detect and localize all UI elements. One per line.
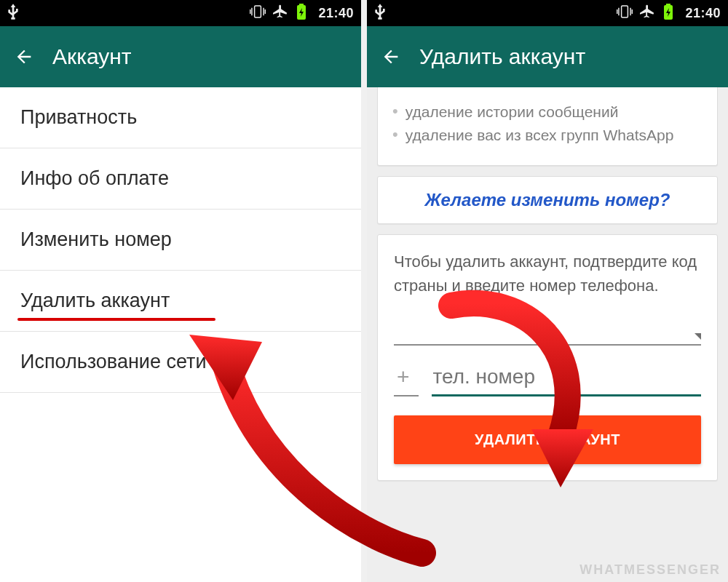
country-code-prefix[interactable]: + — [394, 364, 419, 396]
svg-rect-3 — [622, 5, 628, 17]
battery-icon — [296, 4, 306, 23]
usb-icon — [7, 4, 19, 23]
bullet-dot-icon: • — [392, 102, 398, 122]
svg-rect-5 — [666, 4, 670, 6]
back-button[interactable] — [380, 46, 402, 68]
consequences-card: • удаление истории сообщений • удаление … — [377, 87, 718, 166]
bullet-dot-icon: • — [392, 125, 398, 146]
app-bar: Удалить аккаунт — [367, 26, 728, 87]
vibrate-icon — [250, 4, 266, 23]
phone-number-input[interactable] — [432, 365, 701, 396]
menu-delete-account[interactable]: Удалить аккаунт — [0, 271, 361, 332]
page-title: Аккаунт — [52, 44, 132, 69]
change-number-link[interactable]: Желаете изменить номер? — [394, 190, 701, 210]
usb-icon — [374, 4, 386, 23]
menu-payment-info[interactable]: Инфо об оплате — [0, 148, 361, 210]
phone-input-row: + — [394, 364, 701, 396]
delete-account-body: • удаление истории сообщений • удаление … — [367, 87, 728, 582]
menu-privacy[interactable]: Приватность — [0, 87, 361, 148]
instruction-text: Чтобы удалить аккаунт, подтвердите код с… — [394, 250, 701, 298]
country-select[interactable] — [394, 316, 701, 346]
menu-network-usage[interactable]: Использование сети — [0, 332, 361, 393]
confirm-form-card: Чтобы удалить аккаунт, подтвердите код с… — [377, 234, 718, 481]
bullet-text: удаление истории сообщений — [405, 102, 619, 122]
phone-screen-account: 21:40 Аккаунт Приватность Инфо об оплате… — [0, 0, 361, 582]
vibrate-icon — [617, 4, 633, 23]
battery-icon — [663, 4, 673, 23]
status-bar: 21:40 — [367, 0, 728, 26]
account-menu: Приватность Инфо об оплате Изменить номе… — [0, 87, 361, 582]
phone-screen-delete-account: 21:40 Удалить аккаунт • удаление истории… — [367, 0, 728, 582]
bullet-text: удаление вас из всех групп WhatsApp — [405, 125, 674, 146]
status-time: 21:40 — [685, 6, 721, 21]
status-time: 21:40 — [318, 6, 354, 21]
menu-change-number[interactable]: Изменить номер — [0, 210, 361, 271]
svg-rect-0 — [255, 5, 261, 17]
back-button[interactable] — [13, 46, 35, 68]
airplane-icon — [273, 4, 289, 23]
page-title: Удалить аккаунт — [419, 44, 585, 69]
app-bar: Аккаунт — [0, 26, 361, 87]
watermark: WHATMESSENGER — [579, 562, 721, 578]
airplane-icon — [640, 4, 656, 23]
delete-account-button[interactable]: УДАЛИТЬ АККАУНТ — [394, 415, 701, 464]
change-number-card[interactable]: Желаете изменить номер? — [377, 176, 718, 224]
bullet-item: • удаление истории сообщений — [392, 102, 703, 122]
svg-rect-2 — [299, 4, 304, 6]
status-bar: 21:40 — [0, 0, 361, 26]
bullet-item: • удаление вас из всех групп WhatsApp — [392, 125, 703, 146]
